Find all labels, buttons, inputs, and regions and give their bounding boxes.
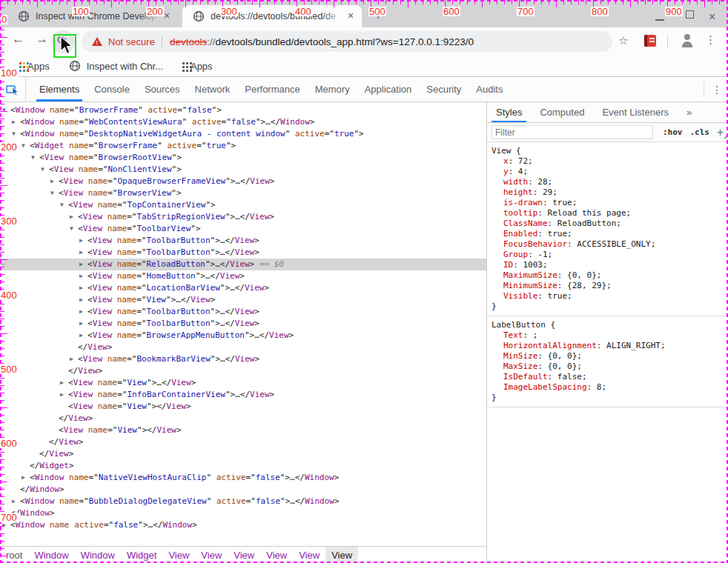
expanded-arrow-icon[interactable]: ▼ xyxy=(12,128,20,140)
extension-icon[interactable] xyxy=(644,35,656,47)
tree-row[interactable]: ▼<View name="TopContainerView"> xyxy=(0,199,486,211)
collapsed-arrow-icon[interactable]: ▶ xyxy=(50,176,59,187)
inline-expander[interactable]: … xyxy=(215,259,220,269)
tree-row[interactable]: ▶<View name="BrowserAppMenuButton">…</Vi… xyxy=(0,330,486,342)
tree-row[interactable]: ▶<Window name="NativeViewHostAuraClip" a… xyxy=(0,472,486,484)
tab-elements[interactable]: Elements xyxy=(32,77,87,101)
style-property[interactable]: x: 72; xyxy=(492,156,727,167)
sidebar-tab-styles[interactable]: Styles xyxy=(487,102,531,122)
collapsed-arrow-icon[interactable]: ▶ xyxy=(21,472,30,484)
tree-row[interactable]: ▶<View name="HomeButton">…</View> xyxy=(0,270,486,282)
browser-tab-devtools[interactable]: devtools://devtools/bundled/de × xyxy=(182,5,362,27)
collapsed-arrow-icon[interactable]: ▶ xyxy=(79,259,87,270)
devtools-menu-icon[interactable]: ⋮ xyxy=(704,82,722,97)
tree-row[interactable]: ▶<View name="BookmarkBarView">…</View> xyxy=(0,353,486,365)
collapsed-arrow-icon[interactable]: ▶ xyxy=(60,377,68,389)
tree-row[interactable]: <View name="View"></View> xyxy=(0,401,486,413)
bookmark-apps[interactable]: Apps xyxy=(19,61,50,72)
expanded-arrow-icon[interactable]: ▼ xyxy=(50,187,59,199)
style-property[interactable]: FocusBehavior: ACCESSIBLE_ONLY; xyxy=(492,239,727,250)
tree-row[interactable]: ▶<View name="ToolbarButton">…</View> xyxy=(0,235,486,247)
style-property[interactable]: Group: -1; xyxy=(492,250,727,260)
tree-row[interactable]: ▼<Window name="BrowserFrame" active="fal… xyxy=(0,104,486,116)
bookmark-apps-2[interactable]: Apps xyxy=(182,61,213,72)
back-button[interactable]: ← xyxy=(12,32,24,47)
tree-row[interactable]: ▼<View name="BrowserView"> xyxy=(0,187,486,199)
tab-performance[interactable]: Performance xyxy=(237,77,307,101)
breadcrumb-item-view[interactable]: View xyxy=(162,547,195,563)
collapsed-arrow-icon[interactable]: ▶ xyxy=(79,270,87,282)
expanded-arrow-icon[interactable]: ▼ xyxy=(41,164,49,176)
tree-row[interactable]: ▼<Window name="DesktopNativeWidgetAura -… xyxy=(0,128,486,140)
style-property[interactable]: width: 28; xyxy=(492,177,727,187)
collapsed-arrow-icon[interactable]: ▶ xyxy=(79,294,87,306)
collapsed-arrow-icon[interactable]: ▶ xyxy=(2,519,10,531)
collapsed-arrow-icon[interactable]: ▶ xyxy=(60,389,68,401)
tab-close-icon[interactable]: × xyxy=(344,10,357,23)
security-chip[interactable]: Not secure xyxy=(108,36,155,47)
style-property[interactable]: IsDefault: false; xyxy=(492,372,727,382)
tree-row[interactable]: ▶<View name="LocationBarView">…</View> xyxy=(0,282,486,294)
inline-expander[interactable]: … xyxy=(156,378,162,387)
expanded-arrow-icon[interactable]: ▼ xyxy=(31,152,39,164)
breadcrumb-item-window[interactable]: Window xyxy=(75,547,121,563)
tab-security[interactable]: Security xyxy=(419,77,469,101)
tree-row[interactable]: ▶<View name="OpaqueBrowserFrameView">…</… xyxy=(0,176,486,187)
window-maximize-button[interactable] xyxy=(686,10,694,19)
breadcrumb-item-view[interactable]: View xyxy=(293,547,325,563)
style-property[interactable]: y: 4; xyxy=(492,167,727,177)
tree-row[interactable]: ▶<Window name="WebContentsViewAura" acti… xyxy=(0,116,486,128)
collapsed-arrow-icon[interactable]: ▶ xyxy=(70,353,78,365)
tree-row[interactable]: ▼<View name="ToolbarView"> xyxy=(0,223,486,235)
style-property[interactable]: height: 29; xyxy=(492,187,727,198)
tree-row[interactable]: ▼<Widget name="BrowserFrame" active="tru… xyxy=(0,140,486,152)
forward-button[interactable]: → xyxy=(36,32,48,47)
tree-row[interactable]: </View> xyxy=(0,413,486,424)
style-property[interactable]: ID: 1003; xyxy=(492,260,727,270)
style-property[interactable]: MaxSize: {0, 0}; xyxy=(492,362,727,372)
tree-row[interactable]: ▶<Window name active="false">…</Window> xyxy=(0,519,486,531)
tree-row[interactable]: ▶<View name="InfoBarContainerView">…</Vi… xyxy=(0,389,486,401)
inline-expander[interactable]: … xyxy=(254,330,259,340)
tab-application[interactable]: Application xyxy=(357,77,420,101)
omnibox[interactable]: ! Not secure devtools://devtools/bundled… xyxy=(82,31,612,52)
styles-filter-input[interactable] xyxy=(492,125,653,139)
inspect-element-button[interactable] xyxy=(0,77,26,101)
inline-expander[interactable]: … xyxy=(230,283,235,293)
inline-expander[interactable]: … xyxy=(290,473,295,482)
collapsed-arrow-icon[interactable]: ▶ xyxy=(12,116,20,128)
breadcrumb-item-view[interactable]: View xyxy=(228,547,260,563)
tree-row[interactable]: </View> xyxy=(0,365,486,377)
breadcrumb-item-view[interactable]: View xyxy=(325,547,358,563)
style-property[interactable]: Enabled: true; xyxy=(492,229,727,239)
tree-row[interactable]: </Window> xyxy=(0,507,486,519)
style-property[interactable]: MaximumSize: {0, 0}; xyxy=(492,270,727,281)
collapsed-arrow-icon[interactable]: ▶ xyxy=(79,318,87,330)
collapsed-arrow-icon[interactable]: ▶ xyxy=(79,247,87,259)
hov-toggle[interactable]: :hov xyxy=(663,127,683,137)
inline-expander[interactable]: … xyxy=(235,390,240,399)
cls-toggle[interactable]: .cls xyxy=(689,127,709,137)
tab-console[interactable]: Console xyxy=(87,77,137,101)
inline-expander[interactable]: … xyxy=(205,271,211,281)
browser-tab-inspect[interactable]: Inspect with Chrome Develop × xyxy=(7,5,178,27)
tab-close-icon[interactable]: × xyxy=(160,10,173,23)
profile-avatar[interactable] xyxy=(680,33,695,48)
style-property[interactable]: Text: ; xyxy=(492,330,727,341)
tree-row[interactable]: ▶<View name="TabStripRegionView">…</View… xyxy=(0,211,486,223)
tree-row[interactable]: ▶<Window name="BubbleDialogDelegateView"… xyxy=(0,496,486,507)
window-close-button[interactable]: × xyxy=(709,10,715,24)
inline-expander[interactable]: … xyxy=(235,212,240,221)
sidebar-tab-computed[interactable]: Computed xyxy=(531,102,593,122)
tree-row[interactable]: ▶<View name="View">…</View> xyxy=(0,294,486,306)
breadcrumb-item-view[interactable]: View xyxy=(260,547,293,563)
inline-expander[interactable]: … xyxy=(265,117,271,127)
style-property[interactable]: is-drawn: true; xyxy=(492,198,727,208)
tree-row[interactable]: <View name="View"></View> xyxy=(0,424,486,436)
collapsed-arrow-icon[interactable]: ▶ xyxy=(12,496,20,507)
tree-row[interactable]: </Widget> xyxy=(0,460,486,472)
tab-sources[interactable]: Sources xyxy=(137,77,188,101)
expanded-arrow-icon[interactable]: ▼ xyxy=(21,140,30,152)
style-property[interactable]: tooltip: Reload this page; xyxy=(492,208,727,219)
inline-expander[interactable]: … xyxy=(176,295,181,304)
